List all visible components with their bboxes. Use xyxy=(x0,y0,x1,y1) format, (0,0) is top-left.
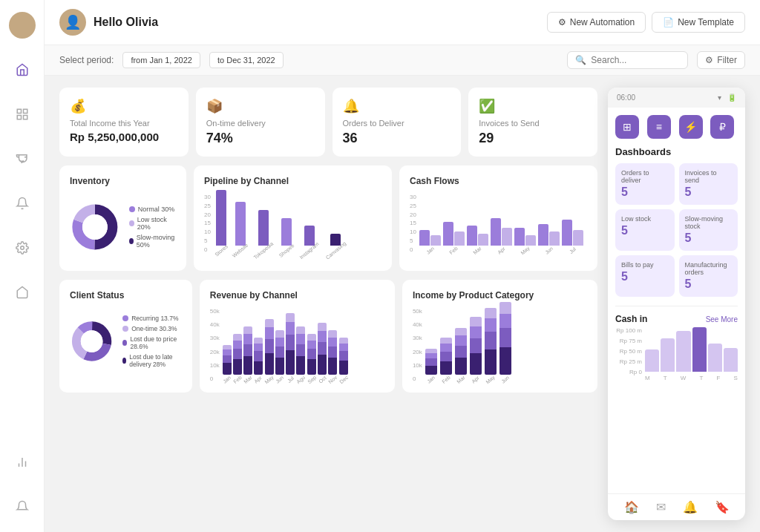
bar-website-fill xyxy=(235,202,246,246)
from-date-button[interactable]: from Jan 1, 2022 xyxy=(122,52,200,68)
orders-label: Orders to Deliver xyxy=(343,119,451,128)
slowmoving-dot xyxy=(129,238,134,244)
right-panel: 06:00 ▾ 🔋 ⊞ ≡ ⚡ ₽ Dashboards Orders to d… xyxy=(608,88,745,520)
kpi-total-income: 💰 Total Income this Year Rp 5,250,000,00… xyxy=(59,88,189,157)
header: 👤 Hello Olivia ⚙ New Automation 📄 New Te… xyxy=(45,0,760,45)
legend-lost-price: Lost due to price 28.6% xyxy=(122,335,182,350)
revenue-y-axis: 50k 40k 30k 20k 10k 0 xyxy=(210,308,220,382)
panel-time: 06:00 xyxy=(617,93,635,102)
sidebar-item-chart[interactable] xyxy=(9,101,36,128)
nav-bell-icon[interactable]: 🔔 xyxy=(683,500,698,514)
client-donut-svg xyxy=(70,308,114,375)
legend-lowstock: Low stock 20% xyxy=(129,216,176,231)
template-icon: 📄 xyxy=(663,17,674,27)
rev-apr: Apr xyxy=(254,338,263,382)
rev-agu: Agu xyxy=(296,326,305,382)
kpi-invoices-send: ✅ Invoices to Send 29 xyxy=(468,88,597,157)
sidebar-item-notification2[interactable] xyxy=(9,493,36,520)
income-category-bar-chart: Jan Feb xyxy=(425,308,587,382)
client-legend: Recurring 13.7% One-time 30.3% Lost due … xyxy=(122,315,182,368)
dash-orders-deliver[interactable]: Orders to deliver 5 xyxy=(615,163,675,205)
search-box[interactable]: 🔍 xyxy=(567,51,688,69)
dash-bills-pay[interactable]: Bills to pay 5 xyxy=(615,255,675,297)
nav-bookmark-icon[interactable]: 🔖 xyxy=(715,500,730,514)
ic-jun: Jun xyxy=(499,302,511,382)
bar-tokopedia-fill xyxy=(258,210,269,246)
header-left: 👤 Hello Olivia xyxy=(59,9,158,36)
invoices-value: 29 xyxy=(479,131,587,146)
filter-button[interactable]: ⚙ Filter xyxy=(697,51,745,69)
cash-bar-t2 xyxy=(692,327,707,372)
bar-stores: Stores xyxy=(214,190,229,253)
cf-jan: Jan xyxy=(419,230,441,253)
client-donut-container: Recurring 13.7% One-time 30.3% Lost due … xyxy=(70,308,182,375)
sidebar-item-trophy[interactable] xyxy=(9,145,36,172)
cash-bar-chart xyxy=(645,327,738,372)
legend-lost-delivery: Lost due to late delivery 28% xyxy=(122,353,182,368)
revenue-channel-chart: Revenue by Channel 50k 40k 30k 20k 10k 0 xyxy=(200,280,395,393)
dash-orders-deliver-label: Orders to deliver xyxy=(621,169,669,184)
main-content: 👤 Hello Olivia ⚙ New Automation 📄 New Te… xyxy=(45,0,760,532)
new-template-button[interactable]: 📄 New Template xyxy=(652,12,745,33)
wifi-icon: ▾ xyxy=(718,93,721,102)
sidebar-item-home[interactable] xyxy=(9,56,36,83)
sidebar-item-analytics[interactable] xyxy=(9,449,36,476)
cf-mar: Mar xyxy=(467,226,488,253)
sidebar-item-settings[interactable] xyxy=(9,234,36,261)
panel-bottom-nav: 🏠 ✉ 🔔 🔖 xyxy=(608,493,745,520)
nav-home-icon[interactable]: 🏠 xyxy=(624,500,639,514)
bar-tokopedia: Tokopedia xyxy=(252,210,275,253)
panel-divider xyxy=(615,306,738,306)
cash-bar-m xyxy=(645,349,659,372)
sidebar-item-bell[interactable] xyxy=(9,190,36,217)
cf-may: May xyxy=(514,228,536,253)
chart-row-2: Client Status Recurring 13. xyxy=(59,280,597,393)
legend-slowmoving: Slow-moving 50% xyxy=(129,234,176,249)
svg-rect-1 xyxy=(23,109,27,113)
see-more-link[interactable]: See More xyxy=(706,315,738,324)
cashflows-bars: Jan Feb Mar Apr May Jun Jul xyxy=(419,194,587,253)
filter-icon: ⚙ xyxy=(705,55,713,65)
cf-apr: Apr xyxy=(491,218,512,253)
dash-low-stock[interactable]: Low stock 5 xyxy=(615,209,675,251)
rev-sep: Sep xyxy=(307,334,316,382)
cash-y-labels: Rp 100 m Rp 75 m Rp 50 m Rp 25 m Rp 0 xyxy=(615,327,642,375)
avatar xyxy=(9,12,36,39)
legend-onetime: One-time 30.3% xyxy=(122,325,182,332)
kpi-orders-deliver: 🔔 Orders to Deliver 36 xyxy=(332,88,462,157)
dash-manufacturing[interactable]: Manufacturing orders 5 xyxy=(679,255,738,297)
ic-jan: Jan xyxy=(425,349,437,382)
bar-website: Website xyxy=(231,202,249,253)
dash-slow-moving-value: 5 xyxy=(685,231,733,245)
panel-dashboard-grid: Orders to deliver 5 Invoices to send 5 L… xyxy=(608,163,745,303)
panel-btn-1[interactable]: ⊞ xyxy=(615,115,639,139)
search-icon: 🔍 xyxy=(575,55,586,65)
revenue-chart-inner: 50k 40k 30k 20k 10k 0 xyxy=(210,308,384,382)
revenue-bars-area: Jan Feb xyxy=(223,308,384,382)
panel-btn-3[interactable]: ⚡ xyxy=(679,115,703,139)
revenue-channel-title: Revenue by Channel xyxy=(210,290,384,301)
panel-btn-2[interactable]: ≡ xyxy=(647,115,671,139)
legend-normal: Normal 30% xyxy=(129,206,176,213)
new-automation-button[interactable]: ⚙ New Automation xyxy=(547,12,646,33)
client-status-chart: Client Status Recurring 13. xyxy=(59,280,192,393)
battery-icon: 🔋 xyxy=(727,93,736,102)
income-category-inner: 50k 40k 30k 20k 10k 0 xyxy=(413,308,587,382)
to-date-button[interactable]: to Dec 31, 2022 xyxy=(209,52,284,68)
cash-bar-s xyxy=(724,348,738,372)
sidebar-item-building[interactable] xyxy=(9,279,36,306)
dash-invoices-send-label: Invoices to send xyxy=(685,169,733,184)
sidebar xyxy=(0,0,45,532)
period-label: Select period: xyxy=(59,55,114,65)
income-value: Rp 5,250,000,000 xyxy=(70,131,178,143)
dash-invoices-send[interactable]: Invoices to send 5 xyxy=(679,163,738,205)
panel-btn-4[interactable]: ₽ xyxy=(710,115,734,139)
orders-value: 36 xyxy=(343,131,451,146)
dash-manufacturing-label: Manufacturing orders xyxy=(685,261,733,276)
nav-mail-icon[interactable]: ✉ xyxy=(656,500,666,514)
cash-chart: Rp 100 m Rp 75 m Rp 50 m Rp 25 m Rp 0 xyxy=(608,327,745,381)
delivery-label: On-time delivery xyxy=(206,119,315,128)
content-area: 💰 Total Income this Year Rp 5,250,000,00… xyxy=(45,76,760,532)
dash-slow-moving[interactable]: Slow-moving stock 5 xyxy=(679,209,738,251)
search-input[interactable] xyxy=(591,55,680,65)
